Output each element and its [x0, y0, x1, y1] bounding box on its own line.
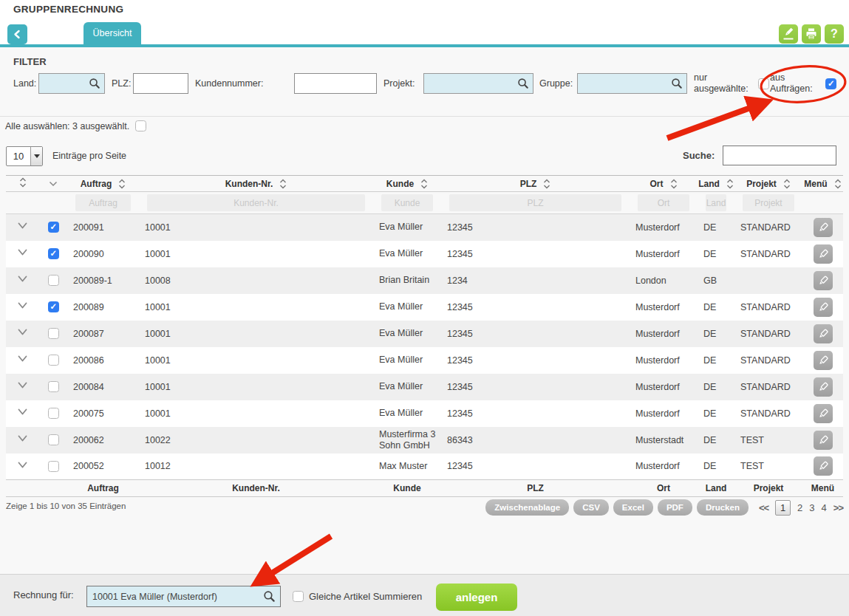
row-checkbox[interactable] — [48, 275, 59, 286]
row-checkbox[interactable] — [48, 381, 59, 392]
search-icon[interactable] — [263, 590, 276, 603]
header-kunde[interactable]: Kunde — [373, 176, 441, 192]
row-checkbox[interactable] — [48, 355, 59, 366]
cell-menu — [802, 214, 843, 241]
pagination-next[interactable]: >> — [833, 502, 843, 513]
row-checkbox[interactable] — [48, 248, 59, 259]
cell-auftrag: 200052 — [67, 454, 139, 480]
cell-checkbox — [39, 454, 67, 480]
back-button[interactable] — [7, 24, 27, 44]
row-checkbox[interactable] — [48, 434, 59, 445]
header-projekt[interactable]: Projekt — [734, 176, 802, 192]
export-pdf-button[interactable]: PDF — [658, 499, 692, 516]
projekt-column-filter[interactable] — [743, 194, 794, 211]
row-checkbox[interactable] — [48, 222, 59, 233]
pagination-page-2[interactable]: 2 — [797, 502, 802, 513]
pagination-page-1[interactable]: 1 — [775, 500, 791, 516]
cell-expand — [6, 321, 39, 347]
header-menu[interactable]: Menü — [802, 176, 843, 192]
projekt-input[interactable] — [424, 74, 517, 93]
page-size-select[interactable]: 10 — [6, 146, 43, 166]
row-checkbox[interactable] — [48, 301, 59, 312]
expand-row-icon[interactable] — [17, 434, 28, 443]
expand-row-icon[interactable] — [17, 248, 28, 257]
header-kunden-nr[interactable]: Kunden-Nr. — [139, 176, 373, 192]
cell-projekt: STANDARD — [734, 241, 802, 267]
export-print-button[interactable]: Drucken — [697, 499, 749, 516]
sort-icon — [420, 178, 428, 190]
row-edit-button[interactable] — [814, 351, 833, 370]
header-auftrag[interactable]: Auftrag — [67, 176, 139, 192]
gruppe-lookup-field[interactable] — [577, 73, 687, 94]
row-edit-button[interactable] — [814, 431, 833, 450]
expand-row-icon[interactable] — [17, 408, 28, 417]
edit-button[interactable] — [779, 24, 798, 44]
expand-row-icon[interactable] — [17, 275, 28, 284]
gruppe-label: Gruppe: — [539, 73, 573, 94]
row-edit-button[interactable] — [814, 377, 833, 397]
aus-auftraegen-checkbox[interactable] — [825, 78, 836, 89]
header-land[interactable]: Land — [698, 176, 734, 192]
expand-row-icon[interactable] — [17, 461, 28, 470]
row-edit-button[interactable] — [814, 218, 833, 237]
footer-auftrag: Auftrag — [67, 480, 139, 497]
export-csv-button[interactable]: CSV — [573, 499, 609, 516]
tab-uebersicht[interactable]: Übersicht — [83, 22, 141, 44]
header-check-sort[interactable] — [39, 176, 67, 192]
kundennummer-input[interactable] — [294, 73, 377, 94]
row-checkbox[interactable] — [48, 328, 59, 339]
cell-auftrag: 200062 — [67, 427, 139, 454]
projekt-lookup-field[interactable] — [423, 73, 533, 94]
land-input[interactable] — [39, 74, 89, 93]
sum-articles-checkbox[interactable] — [293, 591, 304, 602]
print-button[interactable] — [802, 24, 821, 44]
row-edit-button[interactable] — [814, 244, 833, 264]
expand-row-icon[interactable] — [17, 301, 28, 310]
land-label: Land: — [13, 73, 36, 94]
export-excel-button[interactable]: Excel — [613, 499, 653, 516]
cell-projekt: TEST — [734, 427, 802, 454]
rechnung-fuer-lookup-field[interactable] — [86, 586, 281, 607]
plz-input[interactable] — [133, 73, 188, 94]
pagination-prev[interactable]: << — [759, 502, 768, 513]
pagination-page-3[interactable]: 3 — [809, 502, 814, 513]
cell-ort: Musterdorf — [630, 374, 698, 400]
chevron-down-icon — [49, 181, 58, 187]
pagination-page-4[interactable]: 4 — [822, 502, 827, 513]
row-checkbox[interactable] — [48, 408, 59, 419]
header-plz[interactable]: PLZ — [441, 176, 630, 192]
select-all-checkbox[interactable] — [135, 120, 146, 131]
land-column-filter[interactable] — [706, 194, 726, 211]
land-lookup-field[interactable] — [38, 73, 105, 94]
expand-row-icon[interactable] — [17, 222, 28, 230]
row-edit-button[interactable] — [814, 404, 833, 423]
table-row: 200075 10001 Eva Müller 12345 Musterdorf… — [6, 400, 843, 427]
expand-row-icon[interactable] — [17, 328, 28, 337]
plz-column-filter[interactable] — [449, 194, 621, 211]
cell-checkbox — [39, 214, 67, 241]
row-edit-button[interactable] — [814, 271, 833, 290]
header-ort[interactable]: Ort — [630, 176, 698, 192]
search-icon[interactable] — [671, 78, 683, 89]
search-input[interactable] — [723, 146, 836, 165]
kunde-column-filter[interactable] — [381, 194, 433, 211]
rechnung-fuer-input[interactable] — [87, 592, 263, 602]
export-clipboard-button[interactable]: Zwischenablage — [485, 499, 569, 516]
kunden-nr-column-filter[interactable] — [147, 194, 365, 211]
row-checkbox[interactable] — [48, 461, 59, 472]
nur-ausgewaehlte-checkbox[interactable] — [758, 78, 769, 89]
auftrag-column-filter[interactable] — [75, 194, 131, 211]
search-icon[interactable] — [517, 78, 529, 89]
anlegen-button[interactable]: anlegen — [436, 584, 517, 611]
header-expand-sort[interactable] — [6, 176, 39, 192]
row-edit-button[interactable] — [814, 298, 833, 317]
expand-row-icon[interactable] — [17, 355, 28, 363]
cell-ort: Musterdorf — [630, 454, 698, 480]
help-button[interactable]: ? — [825, 24, 844, 44]
expand-row-icon[interactable] — [17, 381, 28, 390]
gruppe-input[interactable] — [578, 74, 671, 93]
row-edit-button[interactable] — [814, 324, 833, 343]
row-edit-button[interactable] — [814, 456, 833, 476]
ort-column-filter[interactable] — [638, 194, 689, 211]
search-icon[interactable] — [89, 78, 100, 89]
